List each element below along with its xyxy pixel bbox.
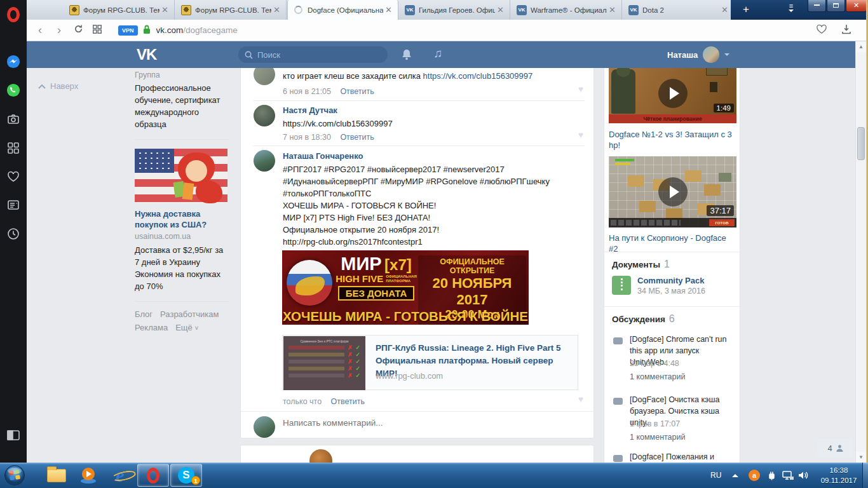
tab-close-icon[interactable]: ✕ xyxy=(383,5,394,15)
search-box[interactable] xyxy=(238,46,388,63)
sidebar-toggle-icon[interactable] xyxy=(6,428,20,442)
language-indicator[interactable]: RU xyxy=(710,463,721,488)
ad-image[interactable] xyxy=(135,149,227,203)
discussion-comments-count[interactable]: 1 комментарий xyxy=(630,433,685,442)
footer-link-blog[interactable]: Блог xyxy=(135,309,153,319)
video-thumbnail[interactable]: 1:49 Чёткое планирование xyxy=(609,63,736,123)
opera-taskbar-button[interactable] xyxy=(137,464,169,487)
zip-document-icon[interactable] xyxy=(612,276,631,295)
volume-tray-icon[interactable] xyxy=(797,463,809,488)
scroll-up-arrow[interactable]: ▲ xyxy=(856,41,866,52)
back-to-top-link[interactable]: Наверх xyxy=(38,81,78,91)
window-close-button[interactable]: ✕ xyxy=(846,0,867,12)
opera-logo-icon[interactable] xyxy=(6,8,20,22)
link-preview-card[interactable]: Сравнение Зея и РТС платформ ✗✓ ✗✓ ✗✓ ✗✓… xyxy=(282,335,578,390)
avatar[interactable] xyxy=(254,150,275,172)
comment-link[interactable]: https://vk.com/club156309997 xyxy=(283,118,393,130)
hidden-icons-arrow[interactable] xyxy=(732,463,738,488)
document-name[interactable]: Community Pack xyxy=(637,276,704,285)
tab-close-icon[interactable]: ✕ xyxy=(271,5,282,15)
browser-tab[interactable]: VK Dota 2 ✕ xyxy=(623,0,734,20)
documents-section-header[interactable]: Документы1 xyxy=(612,259,670,270)
network-tray-icon[interactable] xyxy=(782,463,794,488)
ad-group-title[interactable]: Профессиональное обучение, сертификат ме… xyxy=(135,82,229,130)
browser-scrollbar[interactable]: ▲ ▼ xyxy=(855,41,866,463)
whatsapp-icon[interactable] xyxy=(6,83,20,97)
footer-link-more[interactable]: Ещё ˅ xyxy=(175,323,198,332)
browser-tab-active[interactable]: Dogface (Официальная ✕ xyxy=(287,0,398,20)
snapshot-camera-icon[interactable] xyxy=(6,112,20,126)
video-thumbnail[interactable]: 37:17 готов xyxy=(609,156,736,227)
show-desktop-button[interactable] xyxy=(862,463,868,488)
avatar[interactable] xyxy=(309,449,332,463)
comment-link[interactable]: http://rpg-club.org/ns2017hfcontestpr1 xyxy=(283,236,423,248)
new-tab-button[interactable]: + xyxy=(738,3,754,17)
internet-explorer-taskbar-icon[interactable]: e xyxy=(104,464,136,487)
avast-tray-icon[interactable]: a xyxy=(749,463,760,488)
video-title[interactable]: На пути к Скорпиону - Dogface #2 xyxy=(609,233,736,254)
like-heart-icon[interactable]: ♥ xyxy=(578,130,583,140)
online-members-badge[interactable]: 4 xyxy=(818,438,853,458)
footer-link-developers[interactable]: Разработчикам xyxy=(160,309,219,319)
taskbar-clock[interactable]: 16:38 09.11.2017 xyxy=(816,465,862,485)
comment-input[interactable] xyxy=(283,418,550,428)
comment-link[interactable]: https://vk.com/club156309997 xyxy=(423,71,533,81)
bookmarks-heart-icon[interactable] xyxy=(6,170,20,184)
discussions-section-header[interactable]: Обсуждения6 xyxy=(612,313,675,325)
secure-lock-icon[interactable] xyxy=(142,24,151,37)
account-menu[interactable]: Наташа xyxy=(667,41,729,68)
start-button[interactable] xyxy=(4,464,25,488)
hashtags-line[interactable]: #ИдунановыйсерверРПГ #МируМИР #RPGonelov… xyxy=(283,175,550,187)
hashtags-line[interactable]: #толькоРПГтолькоПТС xyxy=(283,187,371,200)
tab-close-icon[interactable]: ✕ xyxy=(495,5,506,15)
notifications-bell-icon[interactable] xyxy=(401,48,412,63)
window-maximize-button[interactable] xyxy=(827,0,845,12)
scrollbar-thumb[interactable] xyxy=(857,127,865,160)
like-heart-icon[interactable]: ♥ xyxy=(578,394,583,404)
back-button[interactable]: ‹ xyxy=(31,24,50,37)
scroll-down-arrow[interactable]: ▼ xyxy=(856,452,866,463)
discussion-comments-count[interactable]: 1 комментарий xyxy=(630,372,685,381)
history-clock-icon[interactable] xyxy=(6,227,20,241)
footer-link-ads[interactable]: Реклама xyxy=(135,323,168,332)
forward-button[interactable]: › xyxy=(50,24,69,37)
browser-tab[interactable]: Форум RPG-CLUB. Тема: ✕ xyxy=(64,0,175,20)
music-note-icon[interactable]: ♫ xyxy=(433,46,442,60)
mir-server-banner-image[interactable]: МИР [x7] HIGH FIVE ОФИЦИАЛЬНАЯПЛАТФОРМА … xyxy=(282,250,529,325)
media-player-taskbar-icon[interactable] xyxy=(72,464,104,487)
window-minimize-button[interactable] xyxy=(808,0,826,12)
url-text[interactable]: vk.com/dogfacegame xyxy=(156,25,238,35)
ad-offer-title[interactable]: Нужна доставка покупок из США? xyxy=(135,208,229,230)
hashtags-line[interactable]: #РПГ2017 #RPG2017 #новыйсервер2017 #news… xyxy=(283,163,505,175)
tab-menu-icon[interactable]: ≡ xyxy=(783,3,799,16)
play-button-icon[interactable] xyxy=(658,79,688,108)
vk-logo[interactable]: VK xyxy=(137,46,156,64)
like-heart-icon[interactable]: ♥ xyxy=(578,84,583,94)
download-icon[interactable] xyxy=(841,24,851,37)
reply-link[interactable]: Ответить xyxy=(340,133,374,142)
speed-dial-icon[interactable] xyxy=(6,141,20,155)
browser-tab[interactable]: VK Warframe® - Официаль ✕ xyxy=(511,0,622,20)
reply-link[interactable]: Ответить xyxy=(340,87,374,96)
discussion-title[interactable]: [Dogface] Пожелания и предложения. Ваши … xyxy=(630,451,734,463)
messenger-icon[interactable] xyxy=(6,55,20,69)
reload-button[interactable] xyxy=(69,24,88,37)
power-plug-tray-icon[interactable] xyxy=(766,463,777,488)
avatar[interactable] xyxy=(254,105,275,126)
video-title[interactable]: Dogface №1-2 vs 3! Затащил с 3 hp! xyxy=(609,129,736,151)
browser-tab[interactable]: VK Гильдия Героев. Офици ✕ xyxy=(399,0,510,20)
reply-link[interactable]: Ответить xyxy=(331,397,365,406)
comment-author[interactable]: Наташа Гончаренко xyxy=(283,151,363,161)
play-button-icon[interactable] xyxy=(658,177,688,207)
skype-taskbar-button[interactable]: S 1 xyxy=(170,464,202,487)
bookmark-heart-icon[interactable] xyxy=(816,24,827,37)
tab-close-icon[interactable]: ✕ xyxy=(607,5,618,15)
avatar[interactable] xyxy=(254,416,275,438)
comment-author[interactable]: Настя Дутчак xyxy=(283,105,337,115)
browser-tab[interactable]: Форум RPG-CLUB. Тема: ✕ xyxy=(175,0,287,20)
vpn-badge[interactable]: VPN xyxy=(118,25,138,36)
explorer-taskbar-icon[interactable] xyxy=(41,464,72,487)
search-input[interactable] xyxy=(257,50,365,60)
personal-news-icon[interactable] xyxy=(6,198,20,212)
speed-dial-button[interactable] xyxy=(88,24,107,37)
